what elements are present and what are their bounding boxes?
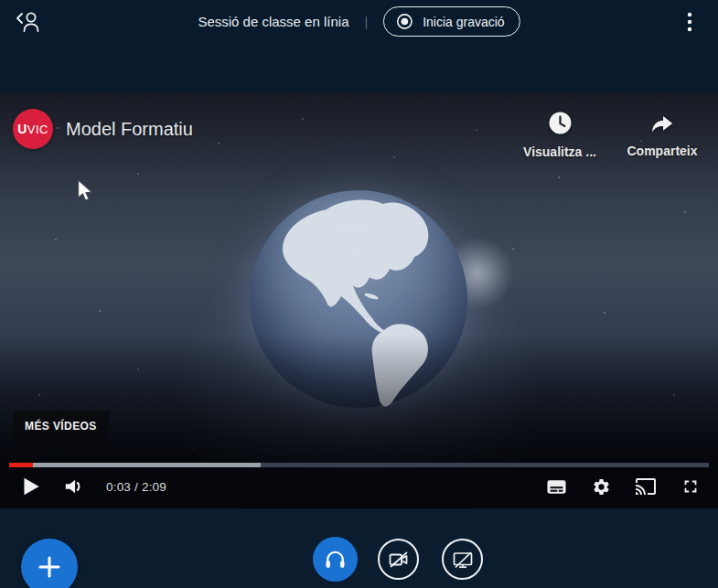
play-icon	[19, 475, 43, 498]
watch-later-button[interactable]: Visualitza ...	[515, 111, 605, 159]
plus-icon	[36, 553, 63, 581]
session-title: Sessió de classe en línia	[198, 14, 348, 29]
fullscreen-icon	[680, 476, 701, 497]
share-icon	[649, 112, 675, 134]
video-overlay-actions: Visualitza ... Comparteix	[515, 111, 707, 159]
participants-toggle-button[interactable]	[13, 8, 44, 36]
play-button[interactable]	[18, 474, 44, 499]
player-controls: 0:03 / 2:09	[0, 470, 718, 503]
subtitles-icon	[546, 476, 567, 497]
channel-logo-text-light: VIC	[27, 123, 48, 136]
screenshare-button[interactable]	[442, 539, 483, 580]
subtitles-button[interactable]	[543, 474, 569, 499]
participants-icon	[15, 9, 42, 35]
video-player[interactable]: UVIC Model Formatiu Visualitza ... Compa…	[0, 92, 718, 508]
add-content-button[interactable]	[21, 539, 78, 588]
cast-button[interactable]	[633, 474, 659, 499]
progress-bar[interactable]	[9, 463, 709, 467]
top-toolbar: Sessió de classe en línia | Inicia grava…	[0, 0, 718, 92]
progress-played	[9, 463, 33, 467]
video-header: UVIC Model Formatiu	[13, 109, 193, 149]
volume-icon	[62, 475, 86, 498]
volume-button[interactable]	[61, 474, 87, 499]
cast-icon	[635, 476, 657, 497]
video-title[interactable]: Model Formatiu	[66, 119, 193, 140]
mouse-cursor	[77, 180, 94, 201]
more-options-button[interactable]	[678, 10, 702, 34]
audio-button[interactable]	[313, 537, 358, 582]
share-label: Comparteix	[627, 144, 697, 158]
channel-logo-text-bold: U	[17, 122, 27, 136]
progress-buffered	[9, 463, 261, 467]
settings-button[interactable]	[588, 474, 614, 499]
screen: Sessió de classe en línia | Inicia grava…	[0, 0, 718, 588]
watch-later-label: Visualitza ...	[523, 144, 596, 159]
topbar-divider: |	[364, 15, 368, 29]
headphones-icon	[323, 547, 348, 572]
clock-icon	[548, 111, 573, 135]
record-icon	[395, 12, 414, 31]
bottom-toolbar	[0, 508, 718, 588]
camera-off-icon	[388, 549, 410, 571]
time-display: 0:03 / 2:09	[106, 480, 166, 494]
camera-button[interactable]	[378, 539, 419, 580]
more-videos-button[interactable]: MÉS VÍDEOS	[13, 411, 109, 442]
start-recording-button[interactable]: Inicia gravació	[383, 6, 520, 37]
channel-avatar[interactable]: UVIC	[13, 109, 53, 149]
kebab-menu-icon	[687, 12, 692, 32]
fullscreen-button[interactable]	[678, 474, 703, 499]
gear-icon	[592, 477, 611, 497]
share-button[interactable]: Comparteix	[617, 111, 707, 159]
record-label: Inicia gravació	[423, 15, 505, 29]
screenshare-off-icon	[452, 549, 474, 571]
